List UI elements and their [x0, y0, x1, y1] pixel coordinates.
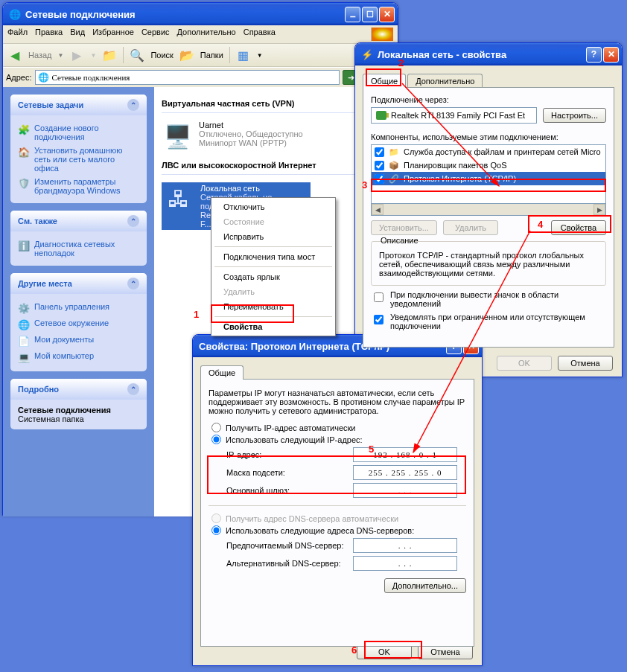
component-file-sharing[interactable]: 📁 Служба доступа к файлам и принтерам се… — [372, 145, 605, 159]
lanprops-titlebar[interactable]: ⚡ Локальная сеть - свойства — [355, 43, 622, 65]
windows-flag-icon — [371, 28, 393, 41]
description-group: Описание Протокол TCP/IP - стандартный п… — [371, 241, 606, 286]
close-button[interactable] — [603, 47, 619, 63]
menu-favorites[interactable]: Избранное — [92, 28, 134, 41]
tab-general[interactable]: Общие — [363, 74, 406, 88]
configure-button[interactable]: Настроить... — [543, 108, 606, 123]
connect-via-label: Подключение через: — [371, 95, 606, 104]
component-checkbox[interactable] — [375, 174, 384, 184]
collapse-icon[interactable]: ⌃ — [127, 215, 139, 227]
subnet-mask-input[interactable]: 255 . 255 . 255 . 0 — [353, 465, 457, 480]
firewall-icon: 🛡️ — [18, 177, 30, 189]
back-icon[interactable]: ◀ — [7, 48, 22, 63]
ctx-repair[interactable]: Исправить — [213, 229, 334, 244]
address-input[interactable] — [35, 70, 340, 85]
lan-icon: ⚡ — [361, 48, 373, 60]
radio-obtain-dns-auto: Получить адрес DNS-сервера автоматически — [211, 513, 466, 523]
menu-file[interactable]: Файл — [7, 28, 28, 41]
dns2-input[interactable]: . . . — [353, 556, 457, 571]
ctx-rename[interactable]: Переименовать — [213, 299, 334, 314]
dns1-input[interactable]: . . . — [353, 538, 457, 553]
gateway-input[interactable]: . . . — [353, 483, 457, 498]
ctx-disable[interactable]: Отключить — [213, 199, 334, 214]
remove-button: Удалить — [443, 220, 498, 235]
properties-button[interactable]: Свойства — [551, 220, 606, 235]
horizontal-scrollbar[interactable]: ◀ ▶ — [371, 204, 606, 216]
task-firewall-settings[interactable]: 🛡️Изменить параметры брандмауэра Windows — [18, 175, 139, 197]
task-create-connection[interactable]: 🧩Создание нового подключения — [18, 121, 139, 144]
ctx-status: Состояние — [213, 214, 334, 229]
address-icon: 🌐 — [38, 72, 49, 83]
lanprops-title: Локальная сеть - свойства — [378, 49, 586, 60]
panel-head-other[interactable]: Другие места ⌃ — [10, 273, 147, 294]
ctx-properties[interactable]: Свойства — [213, 319, 334, 334]
home-network-icon: 🏠 — [18, 146, 30, 158]
info-icon: ℹ️ — [18, 240, 30, 252]
panel-head-details[interactable]: Подробно ⌃ — [10, 379, 147, 400]
ctx-shortcut[interactable]: Создать ярлык — [213, 269, 334, 284]
notify-icon-checkbox-row[interactable]: При подключении вывести значок в области… — [371, 290, 606, 308]
ctx-delete: Удалить — [213, 284, 334, 299]
seealso-network-diagnostics[interactable]: ℹ️Диагностика сетевых неполадок — [18, 237, 139, 260]
panel-head-tasks[interactable]: Сетевые задачи ⌃ — [10, 95, 147, 115]
radio-use-dns[interactable]: Использовать следующие адреса DNS-сервер… — [211, 525, 466, 535]
cancel-button[interactable]: Отмена — [418, 644, 473, 659]
close-button[interactable] — [379, 7, 395, 22]
annotation-label-3: 3 — [362, 179, 367, 191]
tab-advanced[interactable]: Дополнительно — [407, 74, 483, 88]
collapse-icon[interactable]: ⌃ — [127, 383, 139, 395]
ok-button[interactable]: OK — [497, 356, 552, 371]
annotation-label-6: 6 — [351, 644, 357, 656]
panel-head-seealso[interactable]: См. также ⌃ — [10, 211, 147, 231]
annotation-label-4: 4 — [538, 219, 543, 230]
subnet-mask-label: Маска подсети: — [226, 468, 353, 477]
task-setup-home-network[interactable]: 🏠Установить домашнюю сеть или сеть малог… — [18, 144, 139, 175]
documents-icon: 📄 — [18, 335, 30, 347]
collapse-icon[interactable]: ⌃ — [127, 278, 139, 289]
advanced-button[interactable]: Дополнительно... — [384, 578, 466, 593]
ip-address-label: IP-адрес: — [226, 450, 353, 459]
menu-help[interactable]: Справка — [244, 28, 276, 41]
panel-title-other: Другие места — [18, 279, 72, 288]
radio-use-ip[interactable]: Использовать следующий IP-адрес: — [211, 435, 466, 444]
place-my-computer[interactable]: 💻Мой компьютер — [18, 349, 139, 365]
views-icon[interactable]: ▦ — [236, 48, 251, 63]
panel-title-tasks: Сетевые задачи — [18, 100, 83, 109]
cancel-button[interactable]: Отмена — [558, 356, 613, 371]
notify-icon-checkbox[interactable] — [374, 292, 383, 302]
folders-label[interactable]: Папки — [200, 51, 223, 60]
maximize-button[interactable] — [362, 7, 378, 22]
scroll-right-icon[interactable]: ▶ — [593, 204, 605, 215]
place-my-documents[interactable]: 📄Мои документы — [18, 333, 139, 349]
place-network-places[interactable]: 🌐Сетевое окружение — [18, 316, 139, 333]
help-button[interactable] — [586, 47, 602, 63]
protocol-icon: 🔗 — [389, 173, 399, 184]
tab-general[interactable]: Общие — [200, 365, 244, 380]
ok-button[interactable]: OK — [357, 644, 412, 659]
scroll-left-icon[interactable]: ◀ — [372, 204, 383, 215]
place-control-panel[interactable]: ⚙️Панель управления — [18, 300, 139, 316]
search-label[interactable]: Поиск — [150, 51, 173, 60]
notify-limited-checkbox-row[interactable]: Уведомлять при ограниченном или отсутств… — [371, 313, 606, 330]
components-list[interactable]: 📁 Служба доступа к файлам и принтерам се… — [371, 144, 606, 204]
menu-view[interactable]: Вид — [70, 28, 85, 41]
radio-obtain-ip-auto[interactable]: Получить IP-адрес автоматически — [211, 423, 466, 432]
menu-tools[interactable]: Сервис — [141, 28, 170, 41]
menu-edit[interactable]: Правка — [35, 28, 63, 41]
ctx-bridge[interactable]: Подключения типа мост — [213, 249, 334, 264]
back-label[interactable]: Назад — [28, 51, 52, 60]
component-tcpip[interactable]: 🔗 Протокол Интернета (TCP/IP) — [372, 172, 605, 185]
explorer-titlebar[interactable]: 🌐 Сетевые подключения — [3, 3, 398, 25]
component-checkbox[interactable] — [375, 161, 384, 170]
notify-limited-checkbox[interactable] — [374, 315, 383, 324]
search-icon[interactable]: 🔍 — [130, 48, 144, 63]
panel-see-also: См. также ⌃ ℹ️Диагностика сетевых непола… — [10, 211, 147, 266]
component-checkbox[interactable] — [375, 147, 384, 157]
menu-advanced[interactable]: Дополнительно — [177, 28, 236, 41]
collapse-icon[interactable]: ⌃ — [127, 99, 139, 111]
folders-icon[interactable]: 📂 — [179, 48, 194, 63]
up-icon[interactable]: 📁 — [102, 48, 117, 63]
minimize-button[interactable] — [345, 7, 360, 22]
component-qos[interactable]: 📦 Планировщик пакетов QoS — [372, 159, 605, 172]
explorer-menubar: Файл Правка Вид Избранное Сервис Дополни… — [3, 25, 398, 43]
